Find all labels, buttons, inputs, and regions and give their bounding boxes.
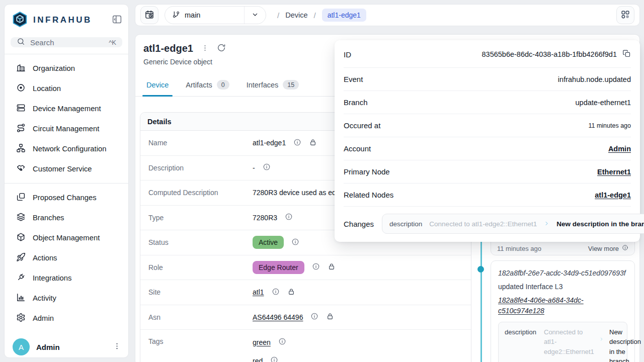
tab-badge: 15 [283, 80, 299, 89]
field-label: Related Nodes [344, 191, 393, 199]
change-field: description [505, 327, 539, 362]
user-menu[interactable]: A Admin [5, 332, 128, 362]
schema-button[interactable] [616, 6, 634, 24]
change-summary: description Connected to atl1-edge2::Eth… [498, 322, 627, 362]
field-label: Event [344, 75, 363, 83]
breadcrumb-separator: / [277, 11, 279, 20]
info-icon[interactable] [278, 337, 286, 347]
change-old-value: Connected to atl1-edge2::Ethernet1 [544, 327, 594, 362]
field-label: Site [148, 288, 253, 296]
view-more-label: View more [588, 245, 619, 252]
event-time: 11 minutes ago [497, 245, 541, 252]
info-icon[interactable] [310, 312, 318, 322]
refresh-icon[interactable] [217, 43, 226, 54]
server-icon [16, 103, 26, 114]
sidebar-item-label: Proposed Changes [33, 194, 97, 202]
avatar: A [13, 338, 30, 355]
info-icon[interactable] [270, 356, 278, 362]
time-travel-button[interactable] [140, 6, 158, 24]
branch-selector[interactable]: main [165, 6, 266, 24]
logo-row: INFRAHUB [5, 5, 128, 34]
info-icon[interactable] [285, 213, 293, 222]
tab-interfaces[interactable]: Interfaces 15 [239, 73, 306, 96]
sidebar-item-activity[interactable]: Activity [9, 288, 124, 308]
network-icon [16, 143, 26, 154]
primary-node-link[interactable]: Ethernet1 [597, 168, 631, 176]
copy-icon[interactable] [622, 49, 631, 59]
location-icon [16, 83, 26, 94]
handshake-icon [16, 163, 26, 174]
related-node-link[interactable]: atl1-edge1 [595, 191, 631, 199]
sidebar-item-organization[interactable]: Organization [9, 58, 124, 78]
account-link[interactable]: Admin [608, 145, 631, 153]
components-icon [620, 10, 630, 21]
search-input[interactable]: Search ^K [11, 37, 122, 47]
field-label: Account [344, 144, 371, 153]
sidebar-nav-platform: Proposed Changes Branches Object Managem… [5, 184, 128, 332]
user-name: Admin [36, 343, 60, 351]
field-label: Occured at [344, 121, 380, 130]
sidebar-item-object-management[interactable]: Object Management [9, 228, 124, 248]
event-row-primary-node: Primary Node Ethernet1 [344, 160, 631, 184]
sidebar-item-integrations[interactable]: Integrations [9, 268, 124, 288]
event-row-related-nodes: Related Nodes atl1-edge1 [344, 184, 631, 207]
breadcrumb-separator: / [314, 11, 316, 20]
breadcrumb: / Device / atl1-edge1 [277, 9, 366, 22]
lock-icon [328, 262, 336, 272]
field-label: Name [148, 139, 253, 147]
field-label: Primary Node [344, 167, 390, 176]
field-label: ID [344, 50, 351, 59]
sidebar-item-location[interactable]: Location [9, 78, 124, 99]
info-icon[interactable] [291, 238, 299, 247]
event-id-value: 83565b6e-86dc-4038-a18b-1fbb4266f9d1 [482, 50, 617, 58]
detail-row-asn: Asn AS64496 64496 [140, 305, 471, 330]
field-label: Type [148, 214, 253, 222]
tag-link[interactable]: green [253, 338, 271, 346]
sidebar-item-label: Integrations [33, 274, 71, 282]
status-badge: Active [253, 236, 284, 249]
breadcrumb-current[interactable]: atl1-edge1 [322, 9, 366, 22]
sidebar-item-branches[interactable]: Branches [9, 208, 124, 228]
calendar-clock-icon [144, 10, 154, 21]
change-new-value: New description in the branch [609, 327, 641, 362]
tag-link[interactable]: red [253, 357, 263, 362]
info-icon[interactable] [293, 138, 301, 148]
layers-icon [16, 212, 26, 223]
rocket-icon [16, 252, 26, 263]
change-field: description [389, 220, 422, 228]
sidebar-item-customer-service[interactable]: Customer Service [9, 159, 124, 179]
sidebar-item-network-configuration[interactable]: Network Configuration [9, 139, 124, 159]
info-icon[interactable] [263, 163, 271, 172]
sidebar-item-circuit-management[interactable]: Circuit Management [9, 119, 124, 139]
breadcrumb-section[interactable]: Device [285, 11, 307, 19]
view-more-button[interactable]: View more [588, 244, 628, 252]
sidebar-item-actions[interactable]: Actions [9, 248, 124, 268]
sidebar-item-admin[interactable]: Admin [9, 308, 124, 328]
sidebar-item-proposed-changes[interactable]: Proposed Changes [9, 188, 124, 208]
change-summary: description Connected to atl1-edge2::Eth… [382, 214, 644, 234]
kebab-menu-icon[interactable] [113, 342, 121, 352]
chevron-down-icon [251, 11, 259, 20]
object-actions-kebab-icon[interactable] [201, 44, 209, 53]
sidebar-nav-objects: Organization Location Device Management … [5, 54, 128, 183]
field-label: Role [148, 263, 253, 272]
timeline-card-event[interactable]: 182a8fbf-26e7-acdc-34d9-c51ed097693f upd… [491, 260, 635, 362]
node-id-link[interactable]: 182a8fe4-406e-a684-34dc-c510c974e128 [498, 295, 625, 316]
tab-badge: 0 [217, 80, 229, 89]
info-icon[interactable] [272, 288, 280, 297]
diff-icon [16, 192, 26, 203]
sidebar-collapse-icon[interactable] [112, 14, 122, 26]
asn-link[interactable]: AS64496 64496 [253, 313, 303, 321]
git-branch-icon [172, 11, 180, 20]
field-label: Description [148, 164, 253, 172]
site-link[interactable]: atl1 [253, 288, 264, 296]
info-icon[interactable] [312, 262, 320, 272]
search-shortcut: ^K [109, 39, 116, 46]
field-label: Tags [148, 337, 253, 345]
tab-device[interactable]: Device [139, 73, 176, 96]
field-value: atl1-edge1 [253, 139, 286, 147]
branch-dropdown-toggle[interactable] [244, 7, 266, 24]
sidebar-item-device-management[interactable]: Device Management [9, 99, 124, 119]
tab-artifacts[interactable]: Artifacts 0 [179, 73, 236, 96]
sidebar-item-label: Actions [33, 254, 57, 262]
